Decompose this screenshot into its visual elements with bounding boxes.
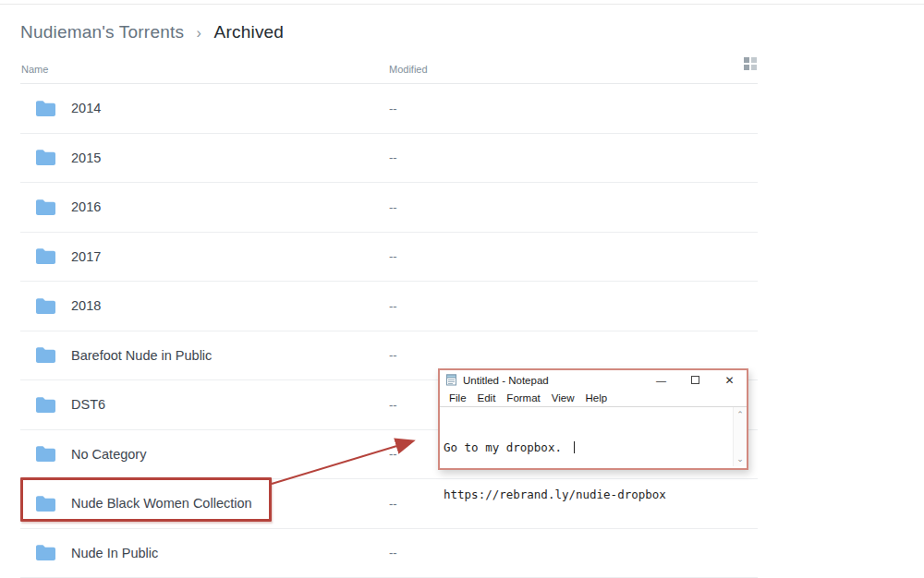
notepad-titlebar[interactable]: Untitled - Notepad — ✕ (440, 370, 747, 390)
folder-name: Nude Black Women Collection (71, 496, 252, 511)
folder-name: 2016 (71, 199, 101, 214)
folder-row[interactable]: 2014 -- (20, 84, 758, 134)
maximize-icon[interactable] (678, 370, 712, 390)
folder-icon (35, 445, 56, 463)
folder-row[interactable]: 2018 -- (20, 282, 758, 331)
folder-name: 2015 (71, 151, 101, 165)
minimize-icon[interactable]: — (644, 370, 678, 390)
folder-modified: -- (389, 151, 397, 164)
list-header: Name Modified (20, 55, 758, 84)
folder-name: Nude In Public (71, 546, 158, 560)
folder-icon (35, 297, 56, 315)
menu-view[interactable]: View (546, 392, 580, 403)
folder-icon (35, 346, 56, 364)
folder-row[interactable]: 2017 -- (20, 233, 758, 283)
notepad-text-area[interactable]: Go to my dropbox. https://rebrand.ly/nud… (440, 406, 747, 466)
breadcrumb-current: Archived (214, 22, 285, 42)
notepad-app-icon (445, 374, 457, 386)
notepad-window-title: Untitled - Notepad (463, 375, 644, 386)
folder-modified: -- (389, 546, 397, 560)
folder-name: No Category (71, 447, 146, 462)
notepad-window: Untitled - Notepad — ✕ File Edit Format … (438, 368, 748, 470)
notepad-menubar: File Edit Format View Help (440, 390, 747, 406)
breadcrumb-parent-link[interactable]: Nudieman's Torrents (20, 22, 184, 42)
close-icon[interactable]: ✕ (712, 370, 747, 390)
folder-icon (35, 396, 56, 414)
breadcrumb: Nudieman's Torrents › Archived (20, 22, 284, 42)
folder-modified: -- (389, 398, 397, 412)
folder-name: DST6 (71, 397, 105, 412)
folder-name: 2018 (71, 298, 101, 313)
folder-modified: -- (389, 299, 397, 313)
folder-icon (35, 247, 56, 265)
folder-modified: -- (389, 102, 397, 115)
scroll-up-icon[interactable]: ⌃ (736, 407, 744, 422)
folder-name: 2017 (71, 249, 101, 264)
folder-name: Barefoot Nude in Public (71, 348, 212, 363)
page: Nudieman's Torrents › Archived Name Modi… (0, 0, 924, 578)
folder-icon (35, 199, 56, 216)
folder-modified: -- (389, 200, 397, 214)
folder-modified: -- (389, 348, 397, 362)
menu-file[interactable]: File (444, 392, 472, 403)
folder-modified: -- (389, 447, 397, 461)
folder-row[interactable]: 2016 -- (20, 183, 758, 233)
folder-row[interactable]: 2015 -- (20, 134, 758, 184)
folder-modified: -- (389, 249, 397, 263)
notepad-text-line: Go to my dropbox. (444, 440, 730, 455)
folder-modified: -- (389, 497, 397, 511)
folder-icon (35, 149, 56, 166)
notepad-text-line: https://rebrand.ly/nudie-dropbox (444, 487, 730, 502)
notepad-scrollbar[interactable]: ⌃ ⌄ (733, 407, 747, 466)
folder-icon (35, 495, 56, 512)
page-top-divider (0, 4, 924, 5)
folder-name: 2014 (71, 101, 101, 115)
column-header-modified: Modified (389, 64, 428, 75)
folder-icon (35, 100, 56, 117)
menu-help[interactable]: Help (580, 392, 614, 403)
column-header-name: Name (21, 64, 48, 75)
notepad-window-controls: — ✕ (644, 370, 747, 390)
folder-icon (35, 544, 56, 561)
menu-format[interactable]: Format (501, 392, 545, 403)
grid-view-icon[interactable] (744, 57, 757, 70)
scroll-down-icon[interactable]: ⌄ (736, 452, 744, 466)
breadcrumb-separator-icon: › (197, 25, 202, 41)
text-cursor (574, 441, 575, 453)
menu-edit[interactable]: Edit (472, 392, 502, 403)
